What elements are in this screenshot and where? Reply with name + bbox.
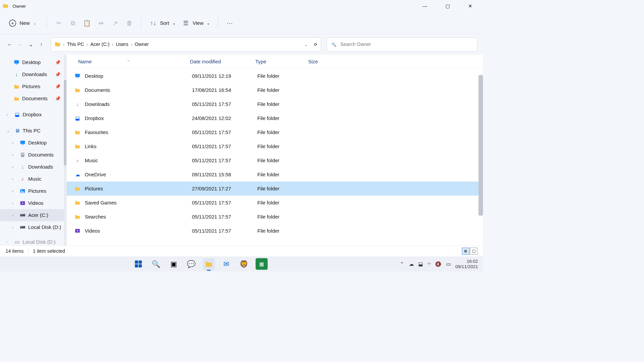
file-row[interactable]: Documents 17/08/2021 16:54 File folder xyxy=(67,83,483,97)
expand-icon[interactable]: › xyxy=(7,113,12,117)
column-header-name[interactable]: Name ⌃ xyxy=(78,59,190,65)
desktop-icon xyxy=(14,59,20,65)
copy-button[interactable]: ⧉ xyxy=(69,19,77,27)
system-tray[interactable]: ⌃ ☁ ⬓ ⌔ 🔇 ▭ 16:02 09/11/2021 xyxy=(400,259,483,269)
sidebar-scrollbar[interactable] xyxy=(64,55,67,246)
expand-icon[interactable]: › xyxy=(12,153,17,157)
recent-locations-button[interactable]: ⌄ xyxy=(27,41,35,49)
address-bar[interactable]: › This PC › Acer (C:) › Users › Owner ⌄ … xyxy=(51,38,321,52)
file-list[interactable]: Name ⌃ Date modified Type Size Desktop 0… xyxy=(66,55,483,246)
expand-icon[interactable]: › xyxy=(12,177,17,181)
start-button[interactable] xyxy=(132,258,144,270)
tray-dropbox-icon[interactable]: ⬓ xyxy=(418,261,423,267)
file-row[interactable]: Videos 05/11/2021 17:57 File folder xyxy=(67,224,483,238)
navigation-pane[interactable]: Desktop📌↓Downloads📌Pictures📌Documents📌 ›… xyxy=(0,55,66,246)
sort-button[interactable]: ↑↓ Sort ⌄ xyxy=(150,19,176,27)
column-header-size[interactable]: Size xyxy=(308,59,341,65)
file-row[interactable]: ⬓ Dropbox 24/08/2021 12:02 File folder xyxy=(67,111,483,125)
file-row[interactable]: Favourites 05/11/2021 17:57 File folder xyxy=(67,125,483,139)
minimize-button[interactable]: — xyxy=(419,2,431,10)
taskbar-search[interactable]: 🔍 xyxy=(150,258,162,270)
cut-button[interactable]: ✂ xyxy=(55,19,63,27)
chevron-right-icon[interactable]: › xyxy=(112,42,113,47)
search-box[interactable]: 🔍 xyxy=(327,38,478,52)
sidebar-pc-item[interactable]: ›Desktop xyxy=(0,137,66,149)
file-row[interactable]: Links 05/11/2021 17:57 File folder xyxy=(67,139,483,154)
file-type: File folder xyxy=(257,158,310,163)
breadcrumb-segment[interactable]: Acer (C:) xyxy=(90,42,109,48)
file-row[interactable]: ♪ Music 05/11/2021 17:57 File folder xyxy=(67,154,483,168)
share-button[interactable]: ↗ xyxy=(111,19,119,27)
expand-icon[interactable]: › xyxy=(12,213,17,217)
chevron-right-icon[interactable]: › xyxy=(63,42,64,47)
window-title: Owner xyxy=(13,3,26,9)
close-button[interactable]: ✕ xyxy=(465,2,476,10)
tray-overflow-icon[interactable]: ⌃ xyxy=(400,261,404,267)
column-header-date[interactable]: Date modified xyxy=(190,59,255,65)
expand-icon[interactable]: › xyxy=(12,165,17,169)
maximize-button[interactable]: ▢ xyxy=(442,2,453,10)
sidebar-pc-item[interactable]: ›Videos xyxy=(0,197,66,209)
taskbar-brave[interactable]: 🦁 xyxy=(238,258,250,270)
more-button[interactable]: ⋯ xyxy=(226,19,234,27)
sidebar-item-dropbox[interactable]: › ⬓ Dropbox xyxy=(0,109,66,121)
search-input[interactable] xyxy=(340,42,473,48)
taskbar-explorer[interactable] xyxy=(203,258,215,270)
new-button[interactable]: + New ⌄ xyxy=(7,18,39,28)
taskbar[interactable]: 🔍 ▣ 💬 ✉ 🦁 ▦ ⌃ ☁ ⬓ ⌔ 🔇 ▭ 16:02 09/11/2021 xyxy=(0,256,483,272)
file-row[interactable]: ↓ Downloads 05/11/2021 17:57 File folder xyxy=(67,97,483,111)
sidebar-quick-item[interactable]: Documents📌 xyxy=(0,93,66,105)
sidebar-pc-item[interactable]: ›Acer (C:) xyxy=(0,209,66,221)
chevron-right-icon[interactable]: › xyxy=(87,42,88,47)
expand-icon[interactable]: › xyxy=(12,141,17,145)
rename-button[interactable]: ⇔ xyxy=(97,19,105,27)
folder-icon xyxy=(14,83,20,89)
sidebar-pc-item[interactable]: ›Documents xyxy=(0,149,66,161)
forward-button[interactable]: → xyxy=(16,41,24,49)
column-header-type[interactable]: Type xyxy=(255,59,308,65)
sidebar-pc-item[interactable]: ›↓Downloads xyxy=(0,161,66,173)
breadcrumb-segment[interactable]: Users xyxy=(116,42,128,48)
tray-battery-icon[interactable]: ▭ xyxy=(446,261,451,267)
sidebar-pc-item[interactable]: ›Local Disk (D:) xyxy=(0,221,66,233)
expand-icon[interactable]: › xyxy=(7,240,12,244)
breadcrumb-segment[interactable]: Owner xyxy=(135,42,149,48)
tray-wifi-icon[interactable]: ⌔ xyxy=(428,261,431,267)
tray-clock[interactable]: 16:02 09/11/2021 xyxy=(455,259,478,269)
tray-volume-icon[interactable]: 🔇 xyxy=(435,261,441,267)
sidebar-quick-item[interactable]: Pictures📌 xyxy=(0,80,66,93)
expand-icon[interactable]: › xyxy=(12,201,17,205)
expand-icon[interactable]: › xyxy=(12,225,17,229)
up-button[interactable]: ↑ xyxy=(37,41,45,49)
refresh-button[interactable]: ⟳ xyxy=(314,42,317,47)
details-view-button[interactable]: ≣ xyxy=(462,247,470,254)
taskbar-app[interactable]: ▦ xyxy=(256,258,268,270)
file-row[interactable]: Desktop 09/11/2021 12:19 File folder xyxy=(67,69,483,83)
sidebar-item-thispc[interactable]: ⌄ 🖥 This PC xyxy=(0,125,66,137)
sidebar-pc-item[interactable]: ›Pictures xyxy=(0,185,66,197)
collapse-icon[interactable]: ⌄ xyxy=(7,129,12,133)
delete-button[interactable]: 🗑 xyxy=(125,19,133,27)
sidebar-quick-item[interactable]: ↓Downloads📌 xyxy=(0,68,66,80)
tray-onedrive-icon[interactable]: ☁ xyxy=(409,261,414,267)
file-row[interactable]: ☁ OneDrive 09/11/2021 15:58 File folder xyxy=(67,168,483,182)
paste-button[interactable]: 📋 xyxy=(83,19,91,27)
taskbar-chat[interactable]: 💬 xyxy=(185,258,197,270)
expand-icon[interactable]: › xyxy=(12,189,17,193)
sidebar-item-truncated[interactable]: › ▭ Local Disk (D:) xyxy=(0,236,66,246)
filelist-scrollbar[interactable] xyxy=(479,69,483,246)
thumbnails-view-button[interactable]: ▢ xyxy=(470,247,478,254)
taskbar-taskview[interactable]: ▣ xyxy=(167,258,179,270)
sidebar-quick-item[interactable]: Desktop📌 xyxy=(0,56,66,68)
file-row[interactable]: Saved Games 05/11/2021 17:57 File folder xyxy=(67,196,483,210)
back-button[interactable]: ← xyxy=(6,41,14,49)
address-dropdown-icon[interactable]: ⌄ xyxy=(304,42,308,47)
taskbar-mail[interactable]: ✉ xyxy=(220,258,232,270)
chevron-right-icon[interactable]: › xyxy=(131,42,132,47)
file-row[interactable]: Searches 05/11/2021 17:57 File folder xyxy=(67,210,483,224)
breadcrumb-segment[interactable]: This PC xyxy=(67,42,84,48)
view-button[interactable]: ☰ View ⌄ xyxy=(182,19,210,27)
file-type: File folder xyxy=(257,143,310,149)
file-row[interactable]: Pictures 27/09/2021 17:27 File folder xyxy=(67,182,483,196)
sidebar-pc-item[interactable]: ›♪Music xyxy=(0,173,66,185)
